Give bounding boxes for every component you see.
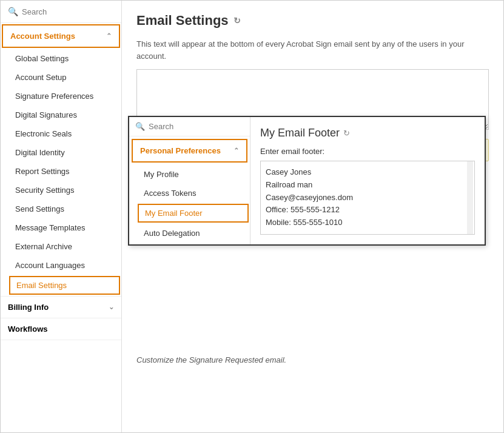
chevron-up-icon: ⌃ — [106, 32, 112, 40]
dropdown-left: 🔍 Personal Preferences ⌃ My Profile Acce… — [129, 117, 250, 244]
description-text: This text will appear at the bottom of e… — [136, 38, 489, 62]
sidebar-section-account: Account Settings ⌃ Global Settings Accou… — [1, 23, 121, 297]
sidebar-search-input[interactable] — [22, 7, 114, 16]
bottom-hint-container: Customize the Signature Requested email. — [136, 355, 489, 364]
page-title: Email Settings ↻ — [136, 13, 489, 29]
footer-line-4: Office: 555-555-1212 — [266, 204, 469, 216]
main-content: Email Settings ↻ This text will appear a… — [122, 1, 503, 432]
enter-footer-label: Enter email footer: — [260, 147, 475, 156]
sidebar-item-email-settings[interactable]: Email Settings — [9, 276, 120, 295]
sidebar-section-label-billing: Billing Info — [8, 303, 49, 312]
chevron-down-icon-billing: ⌄ — [109, 303, 114, 311]
sidebar-section-billing: Billing Info ⌄ — [1, 297, 121, 318]
sidebar-item-account-setup[interactable]: Account Setup — [1, 68, 121, 87]
chevron-up-icon-dropdown: ⌃ — [234, 147, 239, 155]
sidebar-item-electronic-seals[interactable]: Electronic Seals — [1, 124, 121, 143]
sidebar-section-header-workflows[interactable]: Workflows — [1, 318, 121, 340]
sidebar-item-message-templates[interactable]: Message Templates — [1, 218, 121, 237]
footer-line-3: Casey@caseyjones.dom — [266, 192, 469, 204]
sidebar-item-send-settings[interactable]: Send Settings — [1, 200, 121, 218]
dropdown-search-icon: 🔍 — [135, 122, 145, 131]
sidebar-item-global-settings[interactable]: Global Settings — [1, 49, 121, 68]
footer-content-lines: Casey Jones Railroad man Casey@caseyjone… — [266, 166, 469, 229]
footer-line-1: Casey Jones — [266, 166, 469, 179]
sidebar-section-header-billing[interactable]: Billing Info ⌄ — [1, 297, 121, 318]
sidebar-item-digital-identity[interactable]: Digital Identity — [1, 143, 121, 162]
bottom-hint: Customize the Signature Requested email. — [136, 355, 286, 364]
sidebar: 🔍 Account Settings ⌃ Global Settings Acc… — [1, 1, 122, 432]
dropdown-section-label: Personal Preferences — [140, 146, 221, 155]
dropdown-item-my-profile[interactable]: My Profile — [129, 165, 250, 184]
dropdown-right: My Email Footer ↻ Enter email footer: Ca… — [250, 117, 485, 244]
dropdown-search-container: 🔍 — [129, 117, 250, 136]
dropdown-search-input[interactable] — [149, 122, 244, 131]
dropdown-section-header-personal[interactable]: Personal Preferences ⌃ — [132, 139, 247, 163]
sidebar-item-external-archive[interactable]: External Archive — [1, 237, 121, 256]
sidebar-item-digital-signatures[interactable]: Digital Signatures — [1, 106, 121, 124]
sidebar-section-header-account[interactable]: Account Settings ⌃ — [2, 24, 120, 48]
dropdown-panel: 🔍 Personal Preferences ⌃ My Profile Acce… — [128, 116, 486, 246]
sidebar-item-account-languages[interactable]: Account Languages — [1, 256, 121, 275]
footer-line-5: Mobile: 555-555-1010 — [266, 216, 469, 229]
footer-line-2: Railroad man — [266, 179, 469, 192]
app-container: 🔍 Account Settings ⌃ Global Settings Acc… — [0, 0, 504, 433]
dropdown-item-my-email-footer[interactable]: My Email Footer — [138, 204, 249, 223]
sidebar-section-label-account: Account Settings — [10, 32, 75, 41]
sidebar-section-label-workflows: Workflows — [8, 324, 48, 334]
sidebar-search-container: 🔍 — [1, 1, 121, 23]
dropdown-right-title: My Email Footer ↻ — [260, 127, 475, 139]
sidebar-item-signature-preferences[interactable]: Signature Preferences — [1, 87, 121, 106]
footer-content-area[interactable]: Casey Jones Railroad man Casey@caseyjone… — [260, 161, 475, 235]
scrollbar[interactable] — [467, 161, 473, 234]
sidebar-item-report-settings[interactable]: Report Settings — [1, 162, 121, 181]
dropdown-item-auto-delegation[interactable]: Auto Delegation — [129, 224, 250, 243]
sidebar-search-icon: 🔍 — [8, 7, 18, 16]
refresh-icon[interactable]: ↻ — [234, 16, 241, 25]
sidebar-item-security-settings[interactable]: Security Settings — [1, 181, 121, 200]
dropdown-refresh-icon[interactable]: ↻ — [343, 129, 350, 138]
dropdown-item-access-tokens[interactable]: Access Tokens — [129, 184, 250, 203]
sidebar-section-workflows: Workflows — [1, 318, 121, 340]
